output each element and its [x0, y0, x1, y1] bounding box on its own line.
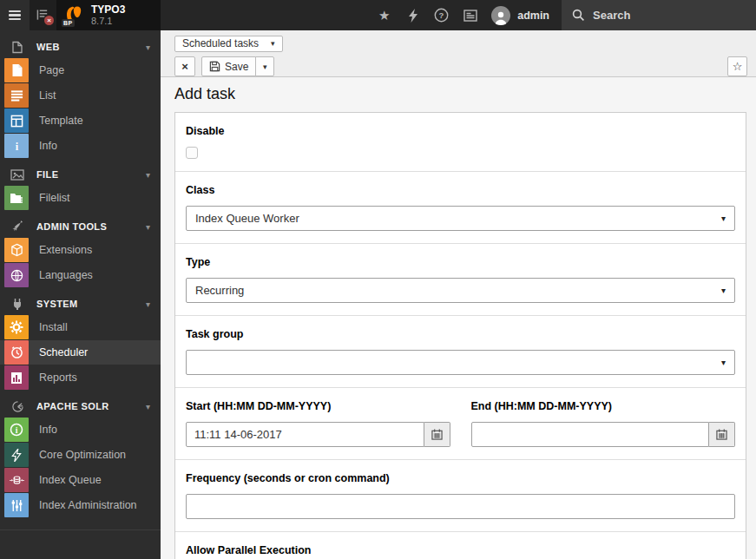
web-section-icon — [10, 40, 24, 54]
chevron-down-icon: ▾ — [146, 170, 150, 180]
save-button[interactable]: Save — [201, 56, 256, 76]
admin-tools-section-icon — [10, 220, 24, 233]
form-group-class: Class Index Queue Worker ▾ — [175, 171, 746, 243]
help-button[interactable]: ? — [427, 0, 456, 30]
article-icon — [463, 10, 477, 22]
core-optimization-icon — [4, 443, 29, 467]
sidebar-section: ADMIN TOOLS▾ExtensionsLanguages — [0, 215, 161, 287]
info-icon: i — [4, 134, 29, 158]
docheader: Scheduled tasks ▾ × Save ▾ ☆ — [161, 30, 756, 77]
start-input[interactable] — [186, 422, 424, 447]
add-bookmark-button[interactable]: ☆ — [727, 56, 747, 76]
solr-info-icon: i — [4, 418, 29, 442]
index-administration-icon — [4, 493, 29, 517]
install-icon — [4, 315, 29, 339]
sidebar-item-index-queue[interactable]: Index Queue — [0, 468, 161, 492]
sidebar-section: WEB▾PageListTemplateiInfo — [0, 36, 161, 158]
help-icon: ? — [434, 8, 449, 23]
type-select[interactable]: Recurring ▾ — [186, 278, 735, 303]
page-title: Add task — [174, 85, 742, 103]
sidebar-item-label: Core Optimization — [39, 449, 126, 461]
user-menu[interactable]: admin — [484, 0, 562, 30]
search-input[interactable] — [593, 9, 723, 22]
sidebar-section-header-admin-tools[interactable]: ADMIN TOOLS▾ — [0, 215, 161, 238]
sidebar-item-info[interactable]: iInfo — [0, 134, 161, 158]
form-group-type: Type Recurring ▾ — [175, 243, 746, 315]
sidebar-item-index-administration[interactable]: Index Administration — [0, 493, 161, 517]
chevron-down-icon: ▾ — [146, 402, 150, 411]
task-group-label: Task group — [186, 328, 735, 340]
calendar-icon — [716, 429, 727, 440]
sidebar-item-template[interactable]: Template — [0, 109, 161, 133]
frequency-input[interactable] — [186, 494, 735, 519]
sidebar-item-label: Install — [39, 321, 68, 333]
toolbar-search — [562, 0, 756, 30]
sidebar-item-page[interactable]: Page — [0, 58, 161, 82]
hamburger-icon — [9, 9, 21, 23]
bookmarks-button[interactable]: ★ — [370, 0, 398, 30]
sidebar-item-label: Filelist — [39, 192, 69, 204]
sidebar-item-scheduler[interactable]: Scheduler — [0, 340, 161, 365]
chevron-down-icon: ▾ — [146, 43, 150, 52]
form-group-disable: Disable — [175, 113, 746, 171]
menu-toggle-button[interactable] — [0, 0, 30, 30]
clear-cache-button[interactable] — [398, 0, 427, 30]
end-calendar-button[interactable] — [709, 422, 735, 447]
close-button[interactable]: × — [174, 56, 195, 76]
frequency-label: Frequency (seconds or cron command) — [186, 472, 735, 484]
star-outline-icon: ☆ — [733, 60, 743, 73]
sidebar-item-list[interactable]: List — [0, 83, 161, 108]
module-function-select[interactable]: Scheduled tasks ▾ — [174, 36, 283, 52]
sidebar-item-info[interactable]: iInfo — [0, 418, 161, 442]
sidebar-item-label: Page — [39, 64, 64, 76]
sidebar-item-filelist[interactable]: Filelist — [0, 186, 161, 210]
site-badge: BP — [62, 19, 75, 27]
list-icon — [4, 83, 29, 108]
svg-text:i: i — [16, 426, 18, 435]
file-section-icon — [10, 168, 24, 181]
disable-label: Disable — [186, 125, 735, 137]
sidebar-section: APACHE SOLR▾iInfoCore OptimizationIndex … — [0, 395, 161, 517]
sidebar-item-label: Info — [39, 140, 57, 152]
disable-checkbox[interactable] — [186, 147, 198, 159]
module-menu: WEB▾PageListTemplateiInfoFILE▾FilelistAD… — [0, 30, 161, 559]
sidebar-item-languages[interactable]: Languages — [0, 263, 161, 287]
sidebar-section-label: SYSTEM — [36, 299, 78, 309]
product-name: TYPO3 — [91, 4, 125, 16]
chevron-down-icon: ▾ — [146, 299, 150, 309]
class-select[interactable]: Index Queue Worker ▾ — [186, 206, 735, 231]
form-group-start-end: Start (HH:MM DD-MM-YYYY) End (HH:MM DD-M… — [175, 387, 746, 459]
sidebar-item-core-optimization[interactable]: Core Optimization — [0, 443, 161, 467]
sidebar-divider — [0, 529, 161, 530]
solr-section-icon — [10, 399, 24, 413]
page-icon — [4, 58, 29, 82]
sidebar-section-header-file[interactable]: FILE▾ — [0, 163, 161, 186]
opendocs-count-badge: × — [44, 16, 54, 25]
sidebar-section-header-system[interactable]: SYSTEM▾ — [0, 293, 161, 315]
workspace-button[interactable] — [456, 0, 484, 30]
chevron-down-icon: ▾ — [721, 358, 726, 367]
task-group-select[interactable]: ▾ — [186, 350, 735, 375]
sidebar-item-label: Languages — [39, 269, 93, 281]
sidebar-section-label: ADMIN TOOLS — [36, 221, 107, 232]
index-queue-icon — [4, 468, 29, 492]
sidebar-item-install[interactable]: Install — [0, 315, 161, 339]
end-label: End (HH:MM DD-MM-YYYY) — [471, 400, 736, 412]
start-calendar-button[interactable] — [424, 422, 450, 447]
sidebar-item-label: Extensions — [39, 244, 92, 256]
sidebar-item-label: List — [39, 89, 56, 102]
sidebar-section-header-web[interactable]: WEB▾ — [0, 36, 161, 58]
template-icon — [4, 109, 29, 133]
sidebar-section-label: WEB — [36, 42, 60, 52]
module-body: Scheduled tasks ▾ × Save ▾ ☆ Add task Di… — [161, 30, 756, 559]
type-label: Type — [186, 256, 735, 268]
end-input[interactable] — [471, 422, 710, 447]
opendocs-button[interactable]: × — [30, 0, 56, 30]
extensions-icon — [4, 238, 29, 262]
sidebar-item-extensions[interactable]: Extensions — [0, 238, 161, 262]
sidebar-item-reports[interactable]: Reports — [0, 365, 161, 390]
allow-parallel-label: Allow Parallel Execution — [186, 544, 735, 556]
sidebar-section: SYSTEM▾InstallSchedulerReports — [0, 293, 161, 390]
sidebar-section-header-apache-solr[interactable]: APACHE SOLR▾ — [0, 395, 161, 418]
save-options-button[interactable]: ▾ — [255, 56, 274, 76]
